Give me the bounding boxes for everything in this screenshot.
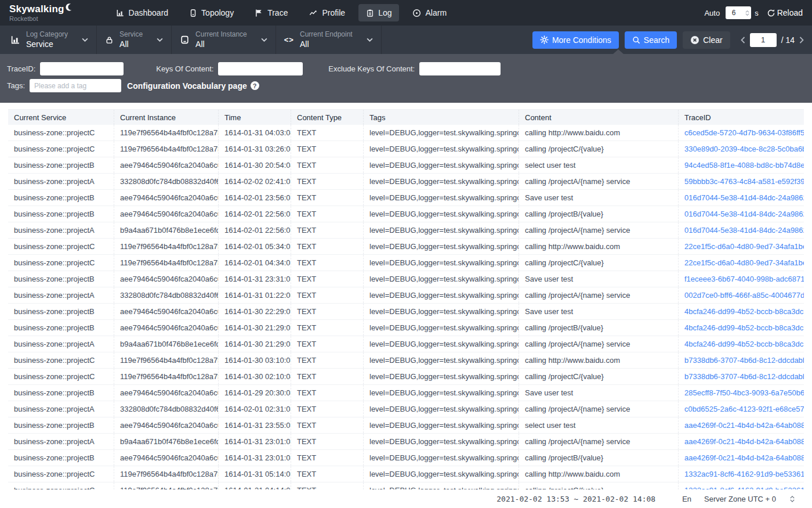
table-row[interactable]: business-zone::projectA b9a4aa671b0f476b… — [8, 336, 804, 352]
stepper-arrows[interactable] — [745, 10, 749, 16]
trace-id-link[interactable]: 94c4ed58-8f1e-4088-bd8c-bb74d8eca703 — [679, 157, 804, 173]
language-toggle[interactable]: En — [682, 495, 691, 503]
table-row[interactable]: business-zone::projectC 119e7f96564b4a4f… — [8, 141, 804, 157]
table-row[interactable]: business-zone::projectC 119e7f96564b4a4f… — [8, 466, 804, 482]
table-row[interactable]: business-zone::projectB aee79464c59046fc… — [8, 190, 804, 206]
zone-stepper[interactable] — [790, 496, 795, 502]
chevron-down-icon — [82, 38, 88, 42]
cell-tags: level=DEBUG,logger=test.skywalking.sprin… — [364, 190, 519, 206]
column-header-time: Time — [219, 110, 291, 125]
trace-id-link[interactable]: 22ce1f5c-d6a0-4d80-9ed7-34afa1be2490 — [679, 255, 804, 271]
nav-item-alarm[interactable]: Alarm — [405, 4, 454, 21]
trace-id-link[interactable]: 22ce1f5c-d6a0-4d80-9ed7-34afa1be2490 — [679, 239, 804, 254]
current-instance-selector[interactable]: Current Instance All — [172, 26, 276, 54]
cell-content: calling http://www.baidu.com — [519, 125, 679, 140]
selector-value: All — [195, 39, 247, 49]
cell-time: 1614-02-01 23:56:07 — [219, 190, 291, 206]
trace-id-link[interactable]: 002d7ce0-bff6-466f-a85c-4004677d8fbf — [679, 287, 804, 303]
table-row[interactable]: business-zone::projectA b9a4aa671b0f476b… — [8, 222, 804, 239]
auto-refresh-stepper[interactable] — [726, 6, 751, 19]
trace-id-link[interactable]: 330e89d0-2039-4bce-8c28-5c0ba6bc8ce7 — [679, 141, 804, 157]
table-row[interactable]: business-zone::projectA 332808d0fc784db0… — [8, 174, 804, 190]
page-total: / 14 — [781, 35, 795, 45]
cell-current-instance: aee79464c59046fca2040a6c68... — [114, 190, 219, 206]
trace-id-link[interactable]: 59bbbb3c-4763-4c84-a581-e592f39865bd — [679, 174, 804, 189]
trace-id-link[interactable]: 016d7044-5e38-41d4-84dc-24a98624a30e — [679, 190, 804, 206]
table-row[interactable]: business-zone::projectA 332808d0fc784db0… — [8, 401, 804, 417]
table-row[interactable]: business-zone::projectB aee79464c59046fc… — [8, 320, 804, 336]
cell-content: calling /projectA/{name} service — [519, 287, 679, 303]
current-endpoint-selector[interactable]: <> Current Endpoint All — [276, 26, 382, 54]
brand-logo[interactable]: Skywalking Rocketbot — [9, 4, 74, 22]
cell-time: 1614-01-29 20:30:08 — [219, 385, 291, 401]
table-row[interactable]: business-zone::projectB aee79464c59046fc… — [8, 385, 804, 401]
nav-item-log[interactable]: Log — [358, 4, 399, 21]
cell-time: 1614-01-31 05:14:06 — [219, 466, 291, 482]
code-icon: <> — [284, 35, 294, 44]
table-row[interactable]: business-zone::projectB aee79464c59046fc… — [8, 157, 804, 174]
nav-item-topology[interactable]: Topology — [182, 4, 241, 21]
trace-id-link[interactable]: f1eceee3-6b67-4040-998b-adc6871261c1 — [679, 271, 804, 287]
vocabulary-page-link[interactable]: Configuration Vocabulary page — [127, 81, 247, 91]
trace-id-link[interactable]: 4bcfa246-dd99-4b52-bccb-b8ca3dc5fc94 — [679, 320, 804, 336]
trace-id-link[interactable]: c6ced5de-5720-4d7b-9634-03f86ff55d30 — [679, 125, 804, 140]
time-range-picker[interactable]: 2021-02-02 13:53 ~ 2021-02-02 14:08 — [496, 495, 655, 503]
table-row[interactable]: business-zone::projectC 119e7f96564b4a4f… — [8, 239, 804, 255]
table-row[interactable]: business-zone::projectC 119e7f96564b4a4f… — [8, 255, 804, 271]
cell-current-instance: 119e7f96564b4a4fbf0c128a7b0... — [114, 352, 219, 368]
tags-input[interactable] — [30, 79, 121, 92]
trace-id-link[interactable]: aae4269f-0c21-4b4d-b42a-64ab08808ac8 — [679, 417, 804, 433]
log-category-selector[interactable]: Log Category Service — [0, 26, 97, 54]
next-page-icon[interactable] — [799, 37, 804, 44]
prev-page-icon[interactable] — [741, 37, 745, 44]
table-row[interactable]: business-zone::projectB aee79464c59046fc… — [8, 304, 804, 320]
lock-icon — [105, 35, 114, 45]
trace-id-link[interactable]: b7338db6-3707-4b6d-8c12-ddcdabbdb45a — [679, 352, 804, 368]
table-row[interactable]: business-zone::projectC 119e7f96564b4a4f… — [8, 352, 804, 369]
trace-id-link[interactable]: 1332ac91-8cf6-4162-91d9-be53361168a9 — [679, 482, 804, 489]
trace-id-input[interactable] — [40, 62, 124, 75]
nav-item-trace[interactable]: Trace — [247, 4, 295, 21]
table-row[interactable]: business-zone::projectB aee79464c59046fc… — [8, 417, 804, 434]
trace-id-link[interactable]: b7338db6-3707-4b6d-8c12-ddcdabbdb45a — [679, 369, 804, 384]
table-row[interactable]: business-zone::projectC 119e7f96564b4a4f… — [8, 482, 804, 489]
table-row[interactable]: business-zone::projectB aee79464c59046fc… — [8, 206, 804, 222]
trace-id-link[interactable]: 1332ac91-8cf6-4162-91d9-be53361168a9 — [679, 466, 804, 482]
cell-tags: level=DEBUG,logger=test.skywalking.sprin… — [364, 320, 519, 336]
trace-id-link[interactable]: 016d7044-5e38-41d4-84dc-24a98624a30e — [679, 206, 804, 222]
table-row[interactable]: business-zone::projectB aee79464c59046fc… — [8, 450, 804, 466]
auto-refresh-input[interactable] — [726, 9, 742, 17]
cell-content: calling /projectA/{name} service — [519, 336, 679, 352]
nav-item-dashboard[interactable]: Dashboard — [108, 4, 176, 21]
cell-time: 1614-01-31 23:55:05 — [219, 417, 291, 433]
cell-current-service: business-zone::projectB — [8, 304, 114, 319]
reload-button[interactable]: Reload — [767, 8, 803, 17]
trace-id-link[interactable]: aae4269f-0c21-4b4d-b42a-64ab08808ac8 — [679, 450, 804, 466]
nav-label: Trace — [267, 8, 288, 17]
table-row[interactable]: business-zone::projectA 332808d0fc784db0… — [8, 287, 804, 304]
cell-time: 1614-01-31 04:14:05 — [219, 482, 291, 489]
cell-content-type: TEXT — [291, 304, 364, 319]
cell-tags: level=DEBUG,logger=test.skywalking.sprin… — [364, 304, 519, 319]
trace-id-link[interactable]: 285ecff8-7f50-4bc3-9093-6a7e50b6a9a3 — [679, 385, 804, 401]
more-conditions-button[interactable]: More Conditions — [532, 31, 619, 49]
service-selector[interactable]: Service All — [97, 26, 172, 54]
table-row[interactable]: business-zone::projectC 119e7f96564b4a4f… — [8, 125, 804, 141]
trace-id-link[interactable]: c0bd6525-2a6c-4123-92f1-e68ce57f767d — [679, 401, 804, 417]
trace-id-link[interactable]: aae4269f-0c21-4b4d-b42a-64ab08808ac8 — [679, 434, 804, 449]
search-button[interactable]: Search — [625, 31, 677, 49]
page-number-input[interactable] — [750, 33, 777, 47]
table-row[interactable]: business-zone::projectB aee79464c59046fc… — [8, 271, 804, 287]
keys-of-content-input[interactable] — [218, 62, 303, 75]
help-icon[interactable]: ? — [251, 81, 259, 90]
cell-content: Save user test — [519, 271, 679, 287]
nav-item-profile[interactable]: Profile — [301, 4, 353, 21]
trace-id-link[interactable]: 016d7044-5e38-41d4-84dc-24a98624a30e — [679, 222, 804, 238]
trace-id-link[interactable]: 4bcfa246-dd99-4b52-bccb-b8ca3dc5fc94 — [679, 336, 804, 352]
table-row[interactable]: business-zone::projectC 119e7f96564b4a4f… — [8, 369, 804, 385]
table-row[interactable]: business-zone::projectA b9a4aa671b0f476b… — [8, 434, 804, 450]
cell-content: calling /projectC/{value} — [519, 141, 679, 157]
clear-button[interactable]: Clear — [683, 31, 730, 49]
trace-id-link[interactable]: 4bcfa246-dd99-4b52-bccb-b8ca3dc5fc94 — [679, 304, 804, 319]
exclude-keys-input[interactable] — [419, 62, 501, 75]
